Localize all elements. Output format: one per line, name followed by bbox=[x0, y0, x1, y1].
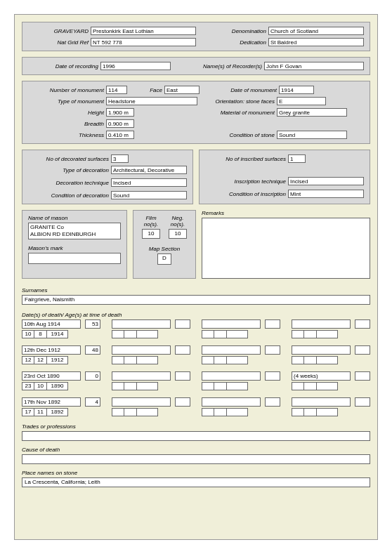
ins-surfaces-field[interactable]: 1 bbox=[288, 154, 306, 163]
death-month-field[interactable]: 12 bbox=[34, 356, 47, 364]
death-day-field[interactable]: 10 bbox=[22, 330, 34, 338]
death-year-field[interactable] bbox=[227, 330, 248, 338]
thickness-field[interactable]: 0.410 m bbox=[106, 131, 134, 139]
face-field[interactable]: East bbox=[164, 86, 200, 94]
death-month-field[interactable] bbox=[124, 408, 137, 416]
death-year-field[interactable]: 1914 bbox=[47, 330, 68, 338]
death-date-field[interactable] bbox=[202, 319, 261, 329]
death-day-field[interactable]: 12 bbox=[22, 356, 34, 364]
death-month-field[interactable] bbox=[124, 356, 137, 364]
death-day-field[interactable] bbox=[112, 408, 124, 416]
death-month-field[interactable] bbox=[124, 382, 137, 390]
ins-cond-field[interactable]: Mint bbox=[288, 190, 364, 198]
death-year-field[interactable] bbox=[317, 408, 338, 416]
dec-cond-field[interactable]: Sound bbox=[111, 191, 187, 199]
death-day-field[interactable] bbox=[202, 382, 214, 390]
death-age-field[interactable]: 48 bbox=[85, 345, 100, 355]
death-year-field[interactable] bbox=[317, 382, 338, 390]
death-date-field[interactable] bbox=[202, 397, 261, 407]
death-year-field[interactable] bbox=[137, 330, 158, 338]
death-day-field[interactable]: 17 bbox=[22, 408, 34, 416]
death-age-field[interactable] bbox=[175, 371, 190, 381]
death-year-field[interactable] bbox=[227, 382, 248, 390]
graveyard-field[interactable]: Prestonkirk East Lothian bbox=[91, 27, 196, 35]
dec-tech-field[interactable]: Incised bbox=[111, 178, 187, 187]
death-day-field[interactable] bbox=[202, 408, 214, 416]
death-month-field[interactable] bbox=[214, 382, 227, 390]
death-month-field[interactable]: 8 bbox=[34, 330, 47, 338]
record-date-field[interactable]: 1996 bbox=[100, 62, 171, 70]
death-year-field[interactable]: 1912 bbox=[47, 356, 68, 364]
death-day-field[interactable] bbox=[112, 382, 124, 390]
death-year-field[interactable]: 1892 bbox=[47, 408, 68, 416]
dec-surfaces-field[interactable]: 3 bbox=[111, 154, 129, 163]
death-age-field[interactable] bbox=[175, 319, 190, 329]
stonecond-field[interactable]: Sound bbox=[277, 131, 347, 139]
death-age-field[interactable]: 4 bbox=[85, 397, 100, 407]
death-age-field[interactable] bbox=[265, 397, 280, 407]
death-date-field[interactable]: 17th Nov 1892 bbox=[22, 397, 81, 407]
death-date-field[interactable] bbox=[292, 319, 351, 329]
death-day-field[interactable] bbox=[292, 408, 304, 416]
death-year-field[interactable] bbox=[317, 356, 338, 364]
death-date-field[interactable]: (4 weeks) bbox=[292, 371, 351, 381]
surnames-field[interactable]: Fairgrieve, Naismith bbox=[22, 295, 370, 305]
death-day-field[interactable]: 23 bbox=[22, 382, 34, 390]
dedication-field[interactable]: St Baldred bbox=[268, 38, 364, 46]
film-field[interactable]: 10 bbox=[142, 229, 160, 239]
height-field[interactable]: 1.900 m bbox=[106, 108, 134, 117]
map-field[interactable]: D bbox=[157, 253, 171, 265]
mon-type-field[interactable]: Headstone bbox=[106, 97, 197, 105]
death-month-field[interactable] bbox=[214, 356, 227, 364]
death-date-field[interactable]: 23rd Oct 1890 bbox=[22, 371, 81, 381]
death-month-field[interactable]: 10 bbox=[34, 382, 47, 390]
death-month-field[interactable] bbox=[304, 330, 317, 338]
death-year-field[interactable]: 1890 bbox=[47, 382, 68, 390]
death-age-field[interactable] bbox=[355, 345, 370, 355]
death-year-field[interactable] bbox=[317, 330, 338, 338]
natgrid-field[interactable]: NT 592 778 bbox=[91, 38, 196, 46]
cause-field[interactable] bbox=[22, 454, 370, 464]
death-age-field[interactable] bbox=[175, 345, 190, 355]
death-year-field[interactable] bbox=[137, 356, 158, 364]
death-year-field[interactable] bbox=[227, 408, 248, 416]
death-date-field[interactable] bbox=[202, 345, 261, 355]
death-date-field[interactable]: 12th Dec 1912 bbox=[22, 345, 81, 355]
orientation-field[interactable]: E bbox=[277, 97, 326, 105]
trades-field[interactable] bbox=[22, 431, 370, 441]
death-year-field[interactable] bbox=[137, 408, 158, 416]
denomination-field[interactable]: Church of Scotland bbox=[268, 27, 364, 35]
death-year-field[interactable] bbox=[137, 382, 158, 390]
death-day-field[interactable] bbox=[292, 330, 304, 338]
death-age-field[interactable] bbox=[355, 371, 370, 381]
death-date-field[interactable] bbox=[292, 345, 351, 355]
death-age-field[interactable] bbox=[175, 397, 190, 407]
death-date-field[interactable]: 10th Aug 1914 bbox=[22, 319, 81, 329]
breadth-field[interactable]: 0.900 m bbox=[106, 119, 134, 128]
death-month-field[interactable] bbox=[304, 408, 317, 416]
mon-date-field[interactable]: 1914 bbox=[279, 86, 314, 94]
neg-field[interactable]: 10 bbox=[169, 229, 187, 239]
death-month-field[interactable] bbox=[214, 330, 227, 338]
death-age-field[interactable]: 53 bbox=[85, 319, 100, 329]
mon-number-field[interactable]: 114 bbox=[106, 86, 127, 94]
remarks-field[interactable] bbox=[202, 218, 370, 279]
death-day-field[interactable] bbox=[202, 356, 214, 364]
death-age-field[interactable] bbox=[355, 319, 370, 329]
death-month-field[interactable] bbox=[124, 330, 137, 338]
death-day-field[interactable] bbox=[292, 356, 304, 364]
death-month-field[interactable] bbox=[304, 382, 317, 390]
death-month-field[interactable] bbox=[304, 356, 317, 364]
death-date-field[interactable] bbox=[292, 397, 351, 407]
death-date-field[interactable] bbox=[112, 397, 171, 407]
mason-name-field[interactable]: GRANITE CoALBION RD EDINBURGH bbox=[28, 223, 121, 239]
recorder-field[interactable]: John F Govan bbox=[264, 62, 364, 70]
death-age-field[interactable] bbox=[265, 371, 280, 381]
places-field[interactable]: La Crescenta, California; Leith bbox=[22, 477, 370, 487]
death-day-field[interactable] bbox=[112, 356, 124, 364]
death-age-field[interactable] bbox=[265, 345, 280, 355]
death-day-field[interactable] bbox=[112, 330, 124, 338]
mason-mark-field[interactable] bbox=[28, 253, 121, 264]
death-age-field[interactable] bbox=[355, 397, 370, 407]
death-date-field[interactable] bbox=[112, 319, 171, 329]
